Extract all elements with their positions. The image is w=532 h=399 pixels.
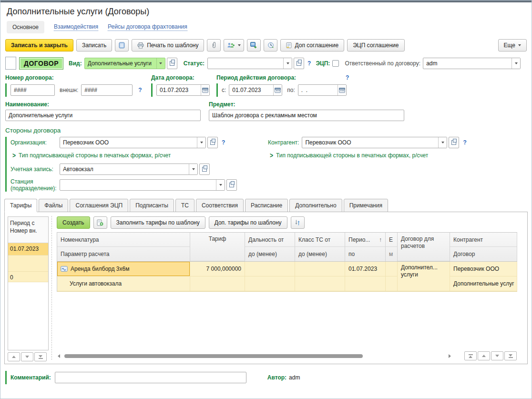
col-unit[interactable]: Е: [386, 233, 398, 247]
col-calc-param[interactable]: Параметр расчета: [57, 247, 190, 261]
status-open-button[interactable]: [294, 58, 304, 69]
col-distance-to[interactable]: до (менее): [245, 247, 295, 261]
date-calendar-button[interactable]: [201, 85, 209, 95]
cell-period-to[interactable]: [345, 276, 386, 291]
cell-calc-contract[interactable]: Дополнител... услуги: [398, 262, 450, 291]
name-input[interactable]: [6, 110, 200, 121]
periods-header[interactable]: Период с Номер вн.: [8, 217, 48, 243]
responsible-input[interactable]: [423, 58, 512, 69]
structure-button[interactable]: [115, 39, 129, 51]
add-contact-button[interactable]: [224, 39, 244, 51]
period-row-empty[interactable]: [8, 256, 48, 272]
cell-contragent[interactable]: Перевозчик ООО: [450, 262, 517, 276]
contract-flag-box[interactable]: [5, 57, 16, 70]
cell-tariff2[interactable]: [190, 276, 245, 291]
number-help-link[interactable]: ?: [138, 87, 142, 93]
cell-tariff[interactable]: 7 000,000000: [190, 262, 245, 276]
number-input[interactable]: [11, 85, 54, 95]
col-contragent[interactable]: Контрагент: [450, 233, 517, 247]
nav-tab-interactions[interactable]: Взаимодействия: [54, 23, 98, 31]
extra-tariffs-button[interactable]: Доп. тарифы по шаблону: [209, 216, 287, 229]
scrollbar-thumb[interactable]: [64, 354, 363, 358]
period-from-calendar-button[interactable]: [273, 85, 282, 95]
cell-unit2[interactable]: [386, 276, 398, 291]
status-input[interactable]: [208, 58, 283, 69]
extern-input[interactable]: [82, 85, 132, 95]
go-down-button[interactable]: [491, 351, 503, 360]
tab-ecp-agreements[interactable]: Соглашения ЭЦП: [70, 199, 128, 212]
station-open-button[interactable]: [226, 179, 237, 191]
account-input[interactable]: [60, 164, 189, 174]
station-dropdown-button[interactable]: [216, 180, 225, 190]
col-vehicle-class-to[interactable]: до (менее): [295, 247, 345, 261]
col-vehicle-class-from[interactable]: Класс ТС от: [295, 233, 345, 247]
fill-tariffs-button[interactable]: Заполнить тарифы по шаблону: [111, 216, 205, 229]
attachments-button[interactable]: [207, 39, 221, 51]
tab-files[interactable]: Файлы: [39, 199, 68, 212]
tab-tariffs[interactable]: Тарифы: [4, 199, 37, 212]
col-calc-contract[interactable]: Договор для расчетов: [398, 233, 450, 261]
go-first-button[interactable]: [464, 351, 477, 360]
scrollbar-track[interactable]: [63, 354, 446, 358]
tab-vehicles[interactable]: ТС: [175, 199, 194, 212]
cell-calc-param[interactable]: Услуги автовокзала: [57, 276, 190, 291]
scroll-left-icon[interactable]: [58, 354, 60, 358]
col-period-to[interactable]: по: [345, 247, 386, 261]
nav-tab-charter-trips[interactable]: Рейсы договора фрахтования: [108, 23, 187, 31]
period-down-button[interactable]: [21, 352, 33, 361]
tab-correspondences[interactable]: Соответствия: [196, 199, 244, 212]
dop-agreement-button[interactable]: Доп соглашение: [280, 39, 344, 51]
status-dropdown-button[interactable]: [283, 58, 292, 69]
col-nomenclature[interactable]: Номенклатура: [57, 233, 190, 247]
kind-open-button[interactable]: [167, 58, 177, 69]
account-dropdown-button[interactable]: [189, 164, 197, 174]
ecp-agreement-button[interactable]: ЭЦП соглашение: [347, 39, 404, 51]
account-open-button[interactable]: [199, 164, 210, 175]
period-row-number[interactable]: 0: [8, 272, 48, 282]
save-close-button[interactable]: Записать и закрыть: [5, 39, 73, 51]
contragent-help-link[interactable]: ?: [463, 139, 466, 146]
contragent-input[interactable]: [302, 137, 438, 148]
col-period[interactable]: Перио... ↑: [345, 233, 386, 247]
responsible-dropdown-button[interactable]: [512, 58, 520, 69]
period-row-date[interactable]: 01.07.2023: [8, 243, 48, 256]
cell-contract[interactable]: Дополнительные услуг: [450, 276, 517, 291]
contragent-open-button[interactable]: [449, 137, 459, 148]
cell-distance-from[interactable]: [245, 262, 295, 276]
col-contract[interactable]: Договор: [450, 247, 517, 261]
kind-dropdown-button[interactable]: [156, 58, 165, 69]
create-copy-button[interactable]: [93, 216, 107, 229]
send-email-button[interactable]: [247, 39, 261, 51]
date-input[interactable]: [157, 85, 201, 95]
org-dropdown-button[interactable]: [197, 137, 205, 148]
period-to-input[interactable]: [298, 85, 338, 95]
col-distance-from[interactable]: Дальность от: [245, 233, 295, 247]
scroll-right-icon[interactable]: [449, 354, 451, 358]
nav-tab-main[interactable]: Основное: [7, 21, 44, 33]
move-rows-button[interactable]: [291, 216, 305, 229]
contragent-sign-type-link[interactable]: Тип подписывающей стороны в печатных фор…: [276, 152, 428, 159]
subject-input[interactable]: [209, 110, 404, 121]
save-button[interactable]: Записать: [76, 39, 112, 51]
org-help-link[interactable]: ?: [222, 139, 225, 146]
ecp-checkbox[interactable]: [332, 60, 339, 67]
panel-splitter[interactable]: [51, 216, 52, 360]
go-up-button[interactable]: [478, 351, 490, 360]
create-tariff-button[interactable]: Создать: [57, 216, 90, 229]
period-to-calendar-button[interactable]: [338, 85, 346, 95]
cell-nomenclature[interactable]: Аренда билборд 3х6м: [57, 262, 190, 276]
cell-period[interactable]: 01.07.2023: [345, 262, 386, 276]
col-unit2[interactable]: м: [386, 247, 398, 261]
tab-additional[interactable]: Дополнительно: [289, 199, 342, 212]
cell-unit[interactable]: [386, 262, 398, 276]
tab-schedule[interactable]: Расписание: [245, 199, 288, 212]
tab-signers[interactable]: Подписанты: [130, 199, 174, 212]
org-sign-type-link[interactable]: Тип подписывающей стороны в печатных фор…: [19, 152, 171, 159]
go-last-button[interactable]: [504, 351, 517, 360]
period-up-button[interactable]: [8, 352, 20, 361]
col-tariff[interactable]: Тариф: [190, 233, 245, 261]
kind-input[interactable]: [85, 58, 156, 69]
cell-vehicle-class-from[interactable]: [295, 262, 345, 276]
contragent-dropdown-button[interactable]: [438, 137, 447, 148]
status-help-link[interactable]: ?: [307, 60, 311, 67]
